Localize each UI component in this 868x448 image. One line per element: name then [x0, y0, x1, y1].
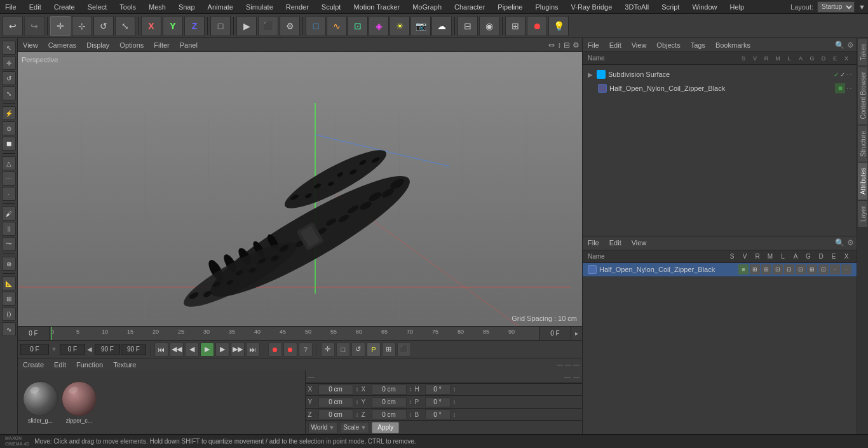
- coord-b-val[interactable]: [425, 409, 451, 419]
- environment-tool-button[interactable]: ☁: [431, 16, 452, 36]
- select-mode-button[interactable]: ✛: [50, 16, 71, 36]
- viewport-icon-settings[interactable]: ⚙: [573, 41, 580, 50]
- viewport-menu-options[interactable]: Options: [117, 40, 146, 50]
- motion-toggle-4[interactable]: P: [367, 343, 381, 356]
- menu-window[interactable]: Window: [689, 2, 719, 12]
- left-rotate-btn[interactable]: ↺: [2, 71, 16, 85]
- material-button[interactable]: ◉: [479, 16, 499, 36]
- timeline-playhead[interactable]: [51, 327, 52, 340]
- viewport-menu-filter[interactable]: Filter: [151, 40, 172, 50]
- play-button[interactable]: ▶: [200, 343, 214, 356]
- prev-frame-button[interactable]: ◀◀: [170, 343, 184, 356]
- floor-button[interactable]: ⊟: [458, 16, 478, 36]
- left-move-btn[interactable]: ✛: [2, 56, 16, 70]
- am-settings-icon[interactable]: ⚙: [847, 238, 854, 247]
- coord-y-pos[interactable]: [318, 397, 353, 407]
- coord-y-size[interactable]: [372, 397, 407, 407]
- menu-edit[interactable]: Edit: [27, 2, 44, 12]
- nurbs-tool-button[interactable]: ⊡: [348, 16, 368, 36]
- menu-vray-bridge[interactable]: V-Ray Bridge: [569, 2, 615, 12]
- scale-button[interactable]: ⤡: [115, 16, 135, 36]
- deformer-tool-button[interactable]: ◈: [369, 16, 389, 36]
- menu-simulate[interactable]: Simulate: [243, 2, 276, 12]
- coord-z-size[interactable]: [372, 409, 407, 419]
- start-frame-input[interactable]: [60, 344, 85, 355]
- coord-x-size[interactable]: [372, 384, 407, 395]
- material-menu-edit[interactable]: Edit: [51, 360, 69, 370]
- menu-sculpt[interactable]: Sculpt: [319, 2, 344, 12]
- viewport-icon-expand[interactable]: ⇔: [548, 41, 555, 50]
- menu-pipeline[interactable]: Pipeline: [495, 2, 525, 12]
- side-tab-layer[interactable]: Layer: [857, 200, 868, 227]
- om-menu-objects[interactable]: Objects: [654, 40, 682, 50]
- left-magnet-btn[interactable]: ⊕: [2, 257, 16, 271]
- undo-button[interactable]: ↩: [3, 16, 23, 36]
- coord-z-pos[interactable]: [318, 409, 353, 419]
- object-mode-button[interactable]: □: [210, 16, 231, 36]
- coord-p-val[interactable]: [425, 397, 451, 407]
- render-active-button[interactable]: ▶: [236, 16, 257, 36]
- world-dropdown[interactable]: World ▼: [308, 422, 338, 433]
- help-button[interactable]: ?: [299, 343, 313, 356]
- menu-create[interactable]: Create: [51, 2, 78, 12]
- record-button[interactable]: ⏺: [268, 343, 282, 356]
- wireframe-button[interactable]: ⊞: [505, 16, 526, 36]
- material-menu-create[interactable]: Create: [20, 360, 46, 370]
- menu-mograph[interactable]: MoGraph: [410, 2, 444, 12]
- left-smooth-btn[interactable]: 〜: [2, 237, 16, 251]
- motion-toggle-2[interactable]: □: [336, 343, 350, 356]
- render-preview-button[interactable]: ⬛: [258, 16, 278, 36]
- menu-character[interactable]: Character: [452, 2, 487, 12]
- left-array-btn[interactable]: ⊞: [2, 292, 16, 306]
- om-filter-icon[interactable]: ⚙: [847, 41, 854, 50]
- om-menu-view[interactable]: View: [629, 40, 649, 50]
- menu-snap[interactable]: Snap: [176, 2, 198, 12]
- left-edge-btn[interactable]: ⋯: [2, 172, 16, 186]
- redo-button[interactable]: ↪: [24, 16, 44, 36]
- move-button[interactable]: ⊹: [72, 16, 92, 36]
- viewport-canvas[interactable]: Perspective Grid Spacing : 10 cm: [18, 52, 582, 326]
- material-menu-function[interactable]: Function: [74, 360, 105, 370]
- om-menu-tags[interactable]: Tags: [688, 40, 708, 50]
- camera-tool-button[interactable]: 📷: [410, 16, 431, 36]
- end-frame-input[interactable]: [95, 344, 120, 355]
- menu-animate[interactable]: Animate: [205, 2, 236, 12]
- left-measure-btn[interactable]: 📐: [2, 276, 16, 290]
- menu-file[interactable]: File: [3, 2, 19, 12]
- render-settings-button[interactable]: ⚙: [280, 16, 300, 36]
- motion-toggle-6[interactable]: ⬛: [397, 343, 411, 356]
- end-frame2-input[interactable]: [121, 344, 146, 355]
- side-tab-attributes[interactable]: Attributes: [857, 162, 868, 200]
- cube-tool-button[interactable]: □: [306, 16, 326, 36]
- light-tool-button[interactable]: ☀: [390, 16, 410, 36]
- menu-script[interactable]: Script: [659, 2, 682, 12]
- menu-3dtoall[interactable]: 3DToAll: [622, 2, 651, 12]
- timeline-settings[interactable]: ▸: [571, 327, 582, 340]
- coord-h-val[interactable]: [425, 384, 451, 395]
- am-menu-edit[interactable]: Edit: [607, 238, 624, 248]
- viewport-menu-cameras[interactable]: Cameras: [46, 40, 79, 50]
- material-slider-g[interactable]: slider_g...: [23, 381, 58, 424]
- left-live-btn[interactable]: ⚡: [2, 106, 16, 120]
- om-search-icon[interactable]: 🔍: [835, 41, 844, 50]
- menu-plugins[interactable]: Plugins: [532, 2, 560, 12]
- left-scale-btn[interactable]: ⤡: [2, 86, 16, 100]
- axis-y-button[interactable]: Y: [163, 16, 183, 36]
- viewport-menu-panel[interactable]: Panel: [177, 40, 200, 50]
- material-zipper-c[interactable]: zipper_c...: [62, 381, 97, 424]
- viewport-menu-view[interactable]: View: [20, 40, 41, 50]
- timeline-ruler[interactable]: 0 5 10 15 20 25 30 35 40 45 50 55 60 65: [50, 327, 539, 340]
- viewport-icon-split[interactable]: ⊟: [564, 41, 570, 50]
- viewport-icon-swap[interactable]: ↕: [557, 41, 561, 50]
- apply-button[interactable]: Apply: [372, 422, 399, 433]
- left-tweak-btn[interactable]: ⊙: [2, 121, 16, 135]
- left-sculpt-btn[interactable]: ⧚: [2, 222, 16, 236]
- left-hair-btn[interactable]: ∿: [2, 322, 16, 336]
- menu-mesh[interactable]: Mesh: [146, 2, 168, 12]
- menu-select[interactable]: Select: [85, 2, 110, 12]
- om-menu-edit[interactable]: Edit: [607, 40, 624, 50]
- record-active-button[interactable]: ⏺: [283, 343, 297, 356]
- menu-render[interactable]: Render: [283, 2, 311, 12]
- goto-start-button[interactable]: ⏮: [154, 343, 168, 356]
- tree-toggle-subdivision[interactable]: ▶: [588, 71, 594, 78]
